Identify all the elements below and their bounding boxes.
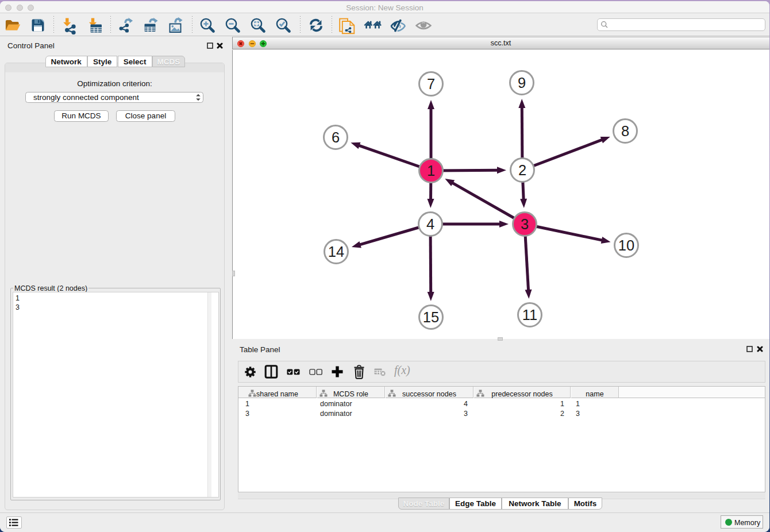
svg-text:10: 10: [618, 237, 634, 253]
svg-text:11: 11: [522, 307, 537, 323]
svg-text:14: 14: [328, 244, 344, 260]
svg-text:3: 3: [521, 216, 529, 232]
svg-text:9: 9: [518, 75, 526, 91]
svg-text:4: 4: [426, 216, 434, 232]
svg-text:8: 8: [621, 123, 629, 139]
svg-text:6: 6: [332, 129, 340, 145]
svg-text:15: 15: [423, 309, 439, 325]
svg-text:7: 7: [427, 76, 435, 92]
svg-text:2: 2: [518, 162, 526, 178]
svg-text:1: 1: [427, 163, 435, 179]
